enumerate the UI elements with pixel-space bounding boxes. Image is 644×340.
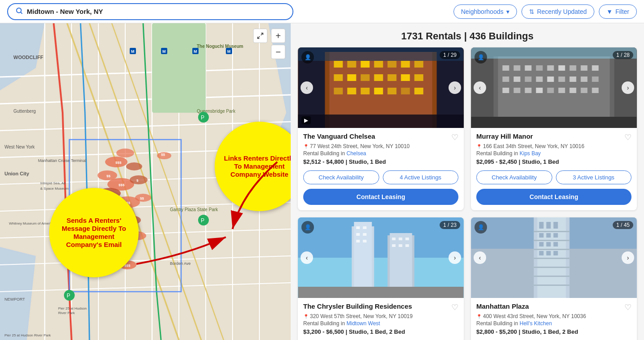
listing-card-2: 👤 1 / 28 ‹ › Murray Hill Manor ♡ 📍 166 E… — [471, 47, 637, 210]
svg-rect-173 — [298, 287, 464, 298]
svg-rect-161 — [356, 226, 360, 229]
svg-rect-126 — [503, 65, 509, 71]
card-next-1[interactable]: › — [449, 81, 461, 94]
card-address-2: 📍 166 East 34th Street, New York, NY 100… — [476, 143, 631, 149]
svg-text:Guttenberg: Guttenberg — [13, 109, 36, 114]
listings-panel: 1731 Rentals | 436 Buildings — [291, 23, 644, 340]
card-actions-1: Check Availability 4 Active Listings — [298, 170, 464, 189]
card-actions-2: Check Availability 3 Active Listings — [471, 170, 637, 189]
card-title-row-4: Manhattan Plaza ♡ — [476, 302, 631, 312]
svg-rect-112 — [401, 74, 410, 81]
card-next-2[interactable]: › — [622, 81, 634, 94]
svg-line-93 — [261, 33, 263, 35]
card-favorite-4[interactable]: ♡ — [624, 302, 631, 312]
svg-rect-139 — [547, 76, 554, 82]
card-next-4[interactable]: › — [622, 251, 634, 264]
svg-text:NEWPORT: NEWPORT — [4, 297, 25, 302]
svg-rect-111 — [388, 74, 397, 81]
svg-rect-130 — [547, 65, 554, 71]
svg-rect-128 — [525, 65, 532, 71]
listings-header: 1731 Rentals | 436 Buildings — [298, 23, 637, 47]
zoom-out-button[interactable]: − — [271, 45, 285, 59]
svg-rect-154 — [471, 47, 637, 59]
svg-rect-102 — [361, 61, 370, 68]
svg-rect-179 — [534, 240, 570, 241]
card-prev-2[interactable]: ‹ — [474, 81, 486, 94]
svg-rect-119 — [401, 88, 410, 94]
svg-rect-171 — [399, 244, 402, 247]
svg-text:$$$: $$$ — [119, 183, 125, 187]
svg-rect-152 — [592, 88, 599, 93]
search-input[interactable] — [27, 8, 285, 15]
card-favorite-1[interactable]: ♡ — [451, 132, 458, 142]
building-image-2 — [471, 47, 637, 128]
svg-rect-132 — [570, 65, 576, 71]
svg-rect-114 — [334, 88, 343, 94]
svg-text:River Park: River Park — [58, 311, 75, 315]
annotation-bottom-text: Sends A Renters' Message Directly To Man… — [56, 217, 132, 249]
filter-icon: ▼ — [606, 8, 613, 15]
svg-rect-133 — [581, 65, 588, 71]
card-favorite-2[interactable]: ♡ — [624, 132, 631, 142]
svg-rect-141 — [570, 76, 576, 82]
sort-icon: ⇅ — [529, 8, 534, 15]
card-neighborhood-link-1[interactable]: Chelsea — [347, 150, 366, 157]
card-image-3: 👤 1 / 23 ‹ › — [298, 217, 464, 298]
contact-leasing-button-2[interactable]: Contact Leasing — [476, 189, 631, 205]
map-panel: WOODCLIFF Guttenberg West New York Union… — [0, 23, 291, 340]
pin-icon-4: 📍 — [476, 314, 482, 319]
svg-rect-107 — [334, 74, 343, 81]
filter-button[interactable]: ▼ Filter — [599, 4, 637, 19]
svg-text:The Noguchi Museum: The Noguchi Museum — [197, 44, 243, 49]
card-neighborhood-link-2[interactable]: Kips Bay — [520, 150, 541, 157]
svg-text:Borden Ave: Borden Ave — [170, 261, 191, 266]
svg-text:M: M — [227, 49, 231, 54]
svg-rect-105 — [401, 61, 410, 68]
card-favorite-3[interactable]: ♡ — [451, 302, 458, 312]
neighborhoods-button[interactable]: Neighborhoods ▾ — [453, 4, 517, 19]
filter-label: Filter — [615, 8, 629, 15]
svg-rect-180 — [534, 249, 570, 250]
contact-leasing-button-1[interactable]: Contact Leasing — [303, 189, 458, 205]
listing-card-4: 👤 1 / 45 ‹ › Manhattan Plaza ♡ 📍 400 Wes… — [471, 217, 637, 340]
card-next-3[interactable]: › — [449, 251, 461, 264]
svg-rect-110 — [374, 74, 383, 81]
card-prev-3[interactable]: ‹ — [301, 251, 313, 264]
svg-rect-135 — [503, 76, 509, 82]
svg-rect-172 — [406, 244, 409, 247]
svg-rect-103 — [374, 61, 383, 68]
card-neighborhood-link-3[interactable]: Midtown West — [347, 320, 380, 327]
map-expand-button[interactable] — [253, 29, 267, 43]
card-badge-person-1: 👤 — [301, 51, 314, 64]
card-photo-count-3: 1 / 23 — [440, 221, 460, 229]
recently-updated-button[interactable]: ⇅ Recently Updated — [521, 4, 594, 19]
svg-rect-108 — [347, 74, 356, 81]
check-availability-button-2[interactable]: Check Availability — [476, 170, 552, 184]
annotation-top-text: Links Renters Directly To Management Com… — [221, 154, 291, 178]
card-prev-1[interactable]: ‹ — [301, 81, 313, 94]
active-listings-button-2[interactable]: 3 Active Listings — [556, 170, 632, 184]
svg-rect-134 — [592, 65, 599, 71]
svg-rect-146 — [525, 88, 532, 93]
check-availability-button-1[interactable]: Check Availability — [303, 170, 379, 184]
building-image-1 — [298, 47, 464, 128]
svg-rect-164 — [363, 233, 367, 236]
zoom-in-button[interactable]: + — [271, 29, 285, 43]
svg-text:Gantry Plaza State Park: Gantry Plaza State Park — [170, 207, 218, 212]
svg-rect-186 — [547, 222, 551, 229]
svg-rect-131 — [559, 65, 565, 71]
svg-rect-137 — [525, 76, 532, 82]
svg-point-50 — [126, 162, 142, 170]
svg-rect-162 — [363, 226, 367, 229]
main-layout: WOODCLIFF Guttenberg West New York Union… — [0, 23, 644, 340]
svg-rect-196 — [554, 251, 558, 255]
card-neighborhood-link-4[interactable]: Hell's Kitchen — [520, 320, 552, 327]
svg-rect-144 — [503, 88, 509, 93]
card-prev-4[interactable]: ‹ — [474, 251, 486, 264]
svg-text:P: P — [67, 293, 70, 299]
card-video-icon-1: ▶ — [301, 116, 311, 124]
svg-rect-115 — [347, 88, 356, 94]
svg-line-94 — [258, 36, 260, 38]
active-listings-button-1[interactable]: 4 Active Listings — [383, 170, 459, 184]
svg-point-53 — [130, 175, 148, 184]
